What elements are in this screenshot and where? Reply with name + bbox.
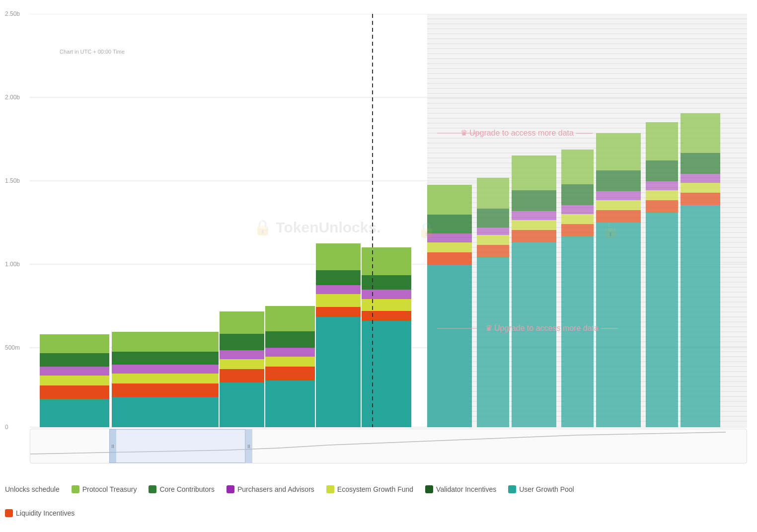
svg-rect-161 xyxy=(596,200,641,210)
svg-rect-17 xyxy=(40,334,109,353)
svg-rect-150 xyxy=(512,211,556,220)
svg-rect-172 xyxy=(681,193,720,205)
navigator-right-handle[interactable]: ⏸ xyxy=(245,429,252,463)
svg-rect-155 xyxy=(561,214,594,224)
svg-rect-164 xyxy=(596,133,641,170)
svg-text:🔒: 🔒 xyxy=(601,221,620,239)
y-label-1000: 1.00b xyxy=(5,261,20,268)
svg-rect-24 xyxy=(220,382,264,427)
svg-rect-176 xyxy=(681,113,720,153)
navigator-left-handle[interactable]: ⏸ xyxy=(109,429,116,463)
legend-dot-purchasers xyxy=(227,485,234,493)
svg-rect-38 xyxy=(316,294,361,307)
svg-rect-141 xyxy=(477,257,509,427)
svg-rect-43 xyxy=(362,311,411,321)
svg-rect-23 xyxy=(112,332,219,352)
navigator-selection xyxy=(109,429,245,463)
svg-rect-22 xyxy=(112,352,219,365)
svg-rect-145 xyxy=(477,209,509,228)
svg-rect-170 xyxy=(646,122,678,160)
legend-item-liquidity: Liquidity Incentives xyxy=(5,509,75,517)
svg-rect-39 xyxy=(316,285,361,294)
svg-rect-146 xyxy=(477,178,509,209)
svg-rect-140 xyxy=(427,185,472,215)
svg-rect-33 xyxy=(265,348,315,357)
svg-text:🔒: 🔒 xyxy=(417,221,436,239)
svg-rect-163 xyxy=(596,170,641,191)
legend-dot-liquidity xyxy=(5,509,13,517)
navigator-handle-icon-right: ⏸ xyxy=(246,444,251,449)
svg-rect-14 xyxy=(40,376,109,385)
svg-rect-35 xyxy=(265,306,315,331)
svg-rect-47 xyxy=(362,247,411,275)
svg-rect-136 xyxy=(427,252,472,265)
svg-rect-166 xyxy=(646,200,678,213)
legend-item-ecosystem: Ecosystem Growth Fund xyxy=(326,485,413,493)
y-label-500: 500m xyxy=(5,344,20,351)
legend-label-unlocks: Unlocks schedule xyxy=(5,485,60,493)
svg-rect-157 xyxy=(561,184,594,205)
svg-rect-19 xyxy=(112,383,219,397)
svg-rect-173 xyxy=(681,183,720,193)
y-label-2000: 2.00b xyxy=(5,94,20,101)
svg-text:♛  Upgrade to access more data: ♛ Upgrade to access more data ─── xyxy=(485,324,618,332)
svg-rect-160 xyxy=(596,210,641,223)
svg-rect-168 xyxy=(646,181,678,190)
svg-rect-147 xyxy=(512,242,556,427)
navigator[interactable]: ⏸ ⏸ xyxy=(30,429,747,463)
svg-rect-149 xyxy=(512,220,556,230)
svg-rect-135 xyxy=(427,265,472,427)
svg-rect-137 xyxy=(427,242,472,252)
legend-label-purchasers: Purchasers and Advisors xyxy=(237,485,314,493)
svg-rect-143 xyxy=(477,235,509,245)
svg-rect-25 xyxy=(220,369,264,382)
svg-rect-156 xyxy=(561,205,594,214)
legend-item-protocol-treasury: Protocol Treasury xyxy=(72,485,137,493)
svg-rect-37 xyxy=(316,307,361,317)
y-label-2500: 2.50b xyxy=(5,10,20,17)
svg-rect-34 xyxy=(265,331,315,348)
svg-rect-152 xyxy=(512,155,556,190)
svg-rect-27 xyxy=(220,350,264,359)
svg-rect-148 xyxy=(512,230,556,242)
legend-label-protocol-treasury: Protocol Treasury xyxy=(82,485,137,493)
legend-dot-core-contributors xyxy=(149,485,156,493)
svg-rect-165 xyxy=(646,213,678,427)
svg-rect-13 xyxy=(40,385,109,399)
svg-rect-46 xyxy=(362,275,411,290)
svg-rect-44 xyxy=(362,299,411,311)
svg-rect-42 xyxy=(362,321,411,427)
svg-rect-31 xyxy=(265,367,315,380)
y-label-0: 0 xyxy=(5,424,8,431)
legend-label-liquidity: Liquidity Incentives xyxy=(16,509,75,517)
svg-rect-142 xyxy=(477,245,509,257)
svg-rect-28 xyxy=(220,334,264,350)
svg-rect-12 xyxy=(40,399,109,427)
svg-rect-175 xyxy=(681,153,720,174)
svg-rect-15 xyxy=(40,367,109,376)
svg-rect-171 xyxy=(681,205,720,427)
legend-label-core-contributors: Core Contributors xyxy=(159,485,215,493)
svg-rect-144 xyxy=(477,228,509,235)
legend-dot-user-growth xyxy=(508,485,516,493)
chart-svg: 01 May 2024 01 Jul 2024 01 Sep 2024 01 N… xyxy=(30,14,747,431)
legend-label-ecosystem: Ecosystem Growth Fund xyxy=(337,485,413,493)
chart-container: 2.50b 2.00b 1.50b 1.00b 500m 0 Chart in … xyxy=(0,0,757,532)
svg-rect-20 xyxy=(112,374,219,383)
svg-rect-167 xyxy=(646,190,678,200)
legend-dot-ecosystem xyxy=(326,485,334,493)
svg-rect-162 xyxy=(596,191,641,200)
legend-item-purchasers: Purchasers and Advisors xyxy=(227,485,314,493)
legend-label-validator: Validator Incentives xyxy=(436,485,496,493)
svg-rect-26 xyxy=(220,359,264,369)
legend-item-validator: Validator Incentives xyxy=(425,485,496,493)
svg-rect-30 xyxy=(265,380,315,427)
legend-dot-protocol-treasury xyxy=(72,485,79,493)
legend-label-user-growth: User Growth Pool xyxy=(519,485,574,493)
legend-item-user-growth: User Growth Pool xyxy=(508,485,574,493)
svg-text:🔒 TokenUnlocks.: 🔒 TokenUnlocks. xyxy=(253,219,381,236)
svg-rect-32 xyxy=(265,357,315,367)
svg-rect-16 xyxy=(40,353,109,367)
legend-dot-validator xyxy=(425,485,433,493)
svg-rect-36 xyxy=(316,317,361,427)
